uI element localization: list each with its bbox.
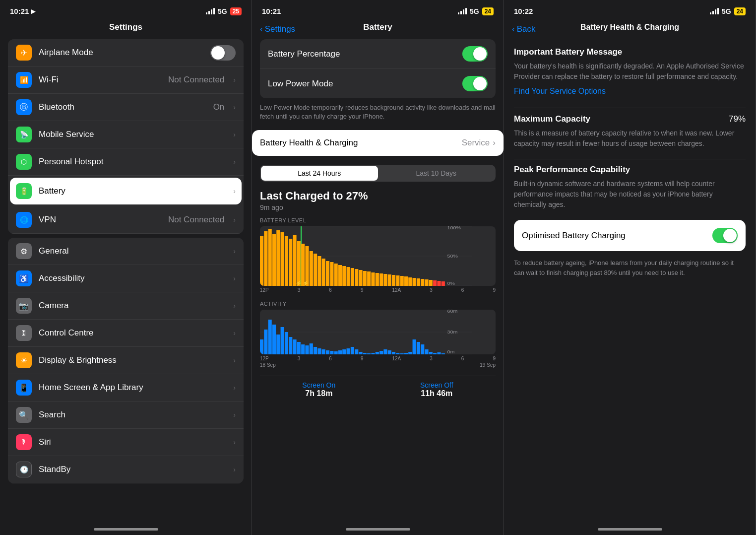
- svg-rect-89: [392, 352, 395, 354]
- battery-icon: 🔋: [16, 183, 32, 199]
- mobile-chevron: ›: [233, 131, 236, 138]
- optimised-toggle[interactable]: [712, 228, 738, 243]
- max-capacity-desc: This is a measure of battery capacity re…: [514, 128, 746, 149]
- svg-rect-47: [437, 281, 441, 286]
- vpn-chevron: ›: [233, 216, 236, 224]
- back-chevron-3: ‹: [512, 24, 515, 34]
- row-mobile[interactable]: 📡 Mobile Service ›: [8, 121, 244, 148]
- svg-rect-26: [351, 268, 354, 286]
- battery-chart-svg: ⚡ ⚡ 100% 50% 0%: [260, 226, 496, 286]
- status-left-3: 10:22: [514, 7, 533, 15]
- standby-chevron: ›: [233, 466, 236, 473]
- hotspot-icon: ⬡: [16, 154, 32, 170]
- svg-text:100%: 100%: [447, 226, 461, 230]
- signal-bar-2: [208, 11, 210, 14]
- row-hotspot[interactable]: ⬡ Personal Hotspot ›: [8, 148, 244, 176]
- settings-list: ✈ Airplane Mode 📶 Wi-Fi Not Connected ›: [0, 39, 252, 525]
- max-capacity-section: Maximum Capacity 79% This is a measure o…: [514, 114, 746, 149]
- important-message-title: Important Battery Message: [514, 47, 746, 57]
- svg-rect-34: [383, 274, 387, 286]
- settings-title: Settings: [0, 19, 252, 39]
- svg-rect-31: [371, 272, 375, 286]
- low-power-toggle[interactable]: [462, 76, 488, 91]
- tab-10d[interactable]: Last 10 Days: [378, 166, 495, 181]
- hotspot-chevron: ›: [233, 158, 236, 166]
- important-message-body: Your battery's health is significantly d…: [514, 61, 746, 82]
- row-homescreen[interactable]: 📱 Home Screen & App Library ›: [8, 374, 244, 401]
- svg-rect-58: [264, 330, 267, 354]
- svg-rect-32: [376, 273, 379, 286]
- svg-rect-14: [301, 244, 305, 286]
- row-vpn[interactable]: 🌐 VPN Not Connected ›: [8, 206, 244, 234]
- svg-rect-42: [417, 278, 420, 286]
- row-camera[interactable]: 📷 Camera ›: [8, 292, 244, 320]
- svg-rect-5: [268, 229, 272, 286]
- accessibility-label: Accessibility: [39, 273, 226, 283]
- service-link[interactable]: Find Your Service Options: [514, 87, 746, 96]
- svg-rect-3: [260, 236, 263, 286]
- svg-rect-59: [268, 320, 272, 354]
- row-display[interactable]: ☀ Display & Brightness ›: [8, 347, 244, 374]
- back-button-3[interactable]: ‹ Back: [512, 24, 535, 34]
- svg-rect-63: [285, 332, 288, 354]
- health-nav-title: Battery Health & Charging: [580, 23, 679, 31]
- svg-rect-44: [425, 279, 429, 286]
- row-control[interactable]: 🎛 Control Centre ›: [8, 320, 244, 347]
- back-button-2[interactable]: ‹ Settings: [260, 24, 295, 34]
- svg-rect-94: [413, 339, 416, 354]
- svg-rect-43: [421, 279, 424, 286]
- time-tabs: Last 24 Hours Last 10 Days: [260, 165, 496, 182]
- status-right-1: 5G 25: [206, 7, 242, 15]
- vpn-label: VPN: [39, 215, 161, 225]
- health-card[interactable]: Battery Health & Charging Service ›: [252, 130, 504, 156]
- svg-rect-97: [425, 349, 429, 354]
- low-power-hint: Low Power Mode temporarily reduces backg…: [260, 98, 496, 130]
- settings-group-1: ✈ Airplane Mode 📶 Wi-Fi Not Connected ›: [8, 39, 244, 234]
- display-icon: ☀: [16, 352, 32, 368]
- svg-text:⚡: ⚡: [303, 280, 310, 286]
- peak-desc: Built-in dynamic software and hardware s…: [514, 179, 746, 210]
- svg-rect-18: [317, 256, 321, 286]
- svg-rect-8: [281, 232, 284, 286]
- svg-rect-37: [396, 275, 399, 286]
- standby-label: StandBy: [39, 465, 226, 474]
- status-right-2: 5G 24: [458, 7, 494, 15]
- svg-rect-20: [326, 261, 329, 286]
- svg-text:0%: 0%: [447, 281, 455, 286]
- row-search[interactable]: 🔍 Search ›: [8, 401, 244, 429]
- row-bluetooth[interactable]: Ⓑ Bluetooth On ›: [8, 94, 244, 121]
- airplane-toggle[interactable]: [210, 45, 236, 61]
- svg-rect-29: [363, 271, 367, 286]
- row-accessibility[interactable]: ♿ Accessibility ›: [8, 265, 244, 292]
- row-airplane[interactable]: ✈ Airplane Mode: [8, 39, 244, 67]
- battery-chart-x-axis: 12P 3 6 9 12A 3 6 9: [260, 287, 496, 293]
- svg-rect-91: [400, 353, 404, 354]
- row-wifi[interactable]: 📶 Wi-Fi Not Connected ›: [8, 67, 244, 94]
- battery-chevron: ›: [233, 187, 236, 195]
- camera-icon: 📷: [16, 298, 32, 314]
- row-standby[interactable]: 🕐 StandBy ›: [8, 456, 244, 483]
- svg-rect-33: [379, 273, 383, 286]
- svg-rect-86: [379, 351, 383, 354]
- row-battery[interactable]: 🔋 Battery ›: [10, 178, 242, 204]
- home-indicator-2: [252, 525, 504, 535]
- svg-rect-60: [272, 325, 276, 354]
- battery-percentage-toggle[interactable]: [462, 46, 488, 62]
- date-labels: 18 Sep 19 Sep: [260, 362, 496, 368]
- camera-chevron: ›: [233, 302, 236, 310]
- svg-rect-73: [326, 350, 329, 354]
- separator-1: [514, 108, 746, 108]
- wifi-label: Wi-Fi: [39, 75, 161, 85]
- settings-group-2: ⚙ General › ♿ Accessibility › 📷 Camera ›: [8, 238, 244, 483]
- tab-24h[interactable]: Last 24 Hours: [261, 166, 378, 181]
- row-battery-wrapper: 🔋 Battery ›: [8, 176, 244, 206]
- svg-rect-72: [322, 349, 325, 354]
- wifi-icon: 📶: [16, 72, 32, 88]
- health-nav-header: ‹ Back Battery Health & Charging: [504, 19, 756, 39]
- time-3: 10:22: [514, 7, 533, 15]
- row-siri[interactable]: 🎙 Siri ›: [8, 429, 244, 456]
- svg-rect-100: [437, 352, 441, 354]
- row-general[interactable]: ⚙ General ›: [8, 238, 244, 265]
- search-chevron: ›: [233, 411, 236, 419]
- control-label: Control Centre: [39, 328, 226, 338]
